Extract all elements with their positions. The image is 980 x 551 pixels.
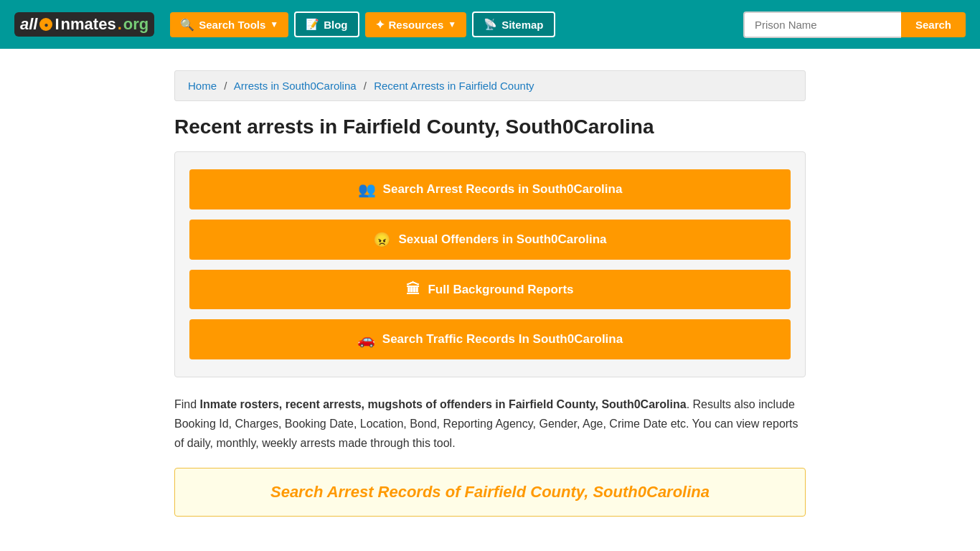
prison-search-input[interactable] [743,11,901,38]
description-bold: Inmate rosters, recent arrests, mugshots… [200,398,687,410]
car-icon: 🚗 [357,331,375,348]
breadcrumb-current: Recent Arrests in Fairfield County [374,80,534,92]
logo-nmates: nmates [61,15,116,34]
site-logo[interactable]: all ● I nmates . org [14,12,154,37]
building-icon: 🏛 [406,281,420,298]
breadcrumb: Home / Arrests in South0Carolina / Recen… [174,70,806,101]
logo-org: org [123,15,149,34]
breadcrumb-sep-2: / [364,80,367,92]
people-icon: 👥 [358,181,376,198]
header-search: Search [743,11,966,38]
chevron-down-resources-icon: ▼ [448,19,456,29]
breadcrumb-home[interactable]: Home [188,80,217,92]
breadcrumb-sep-1: / [224,80,227,92]
offender-icon: 😠 [373,231,391,248]
page-title: Recent arrests in Fairfield County, Sout… [174,116,806,138]
logo-i: I [55,15,59,34]
sitemap-icon: 📡 [484,18,497,31]
bottom-search-title: Search Arrest Records of Fairfield Count… [189,483,791,501]
background-reports-button[interactable]: 🏛 Full Background Reports [189,270,791,309]
action-card: 👥 Search Arrest Records in South0Carolin… [174,151,806,377]
chevron-down-icon: ▼ [270,19,278,29]
search-arrest-records-button[interactable]: 👥 Search Arrest Records in South0Carolin… [189,169,791,209]
page-description: Find Inmate rosters, recent arrests, mug… [174,395,806,453]
bottom-search-section: Search Arrest Records of Fairfield Count… [174,468,806,517]
resources-icon: ✦ [375,18,385,32]
prison-search-button[interactable]: Search [901,12,966,37]
logo-all: all [20,15,37,34]
sitemap-button[interactable]: 📡 Sitemap [472,11,555,37]
logo-dot: . [118,15,122,34]
traffic-records-button[interactable]: 🚗 Search Traffic Records In South0Caroli… [189,319,791,359]
resources-button[interactable]: ✦ Resources ▼ [365,12,467,37]
blog-button[interactable]: 📝 Blog [294,11,359,37]
sexual-offenders-button[interactable]: 😠 Sexual Offenders in South0Carolina [189,220,791,260]
breadcrumb-arrests[interactable]: Arrests in South0Carolina [234,80,357,92]
search-tools-button[interactable]: 🔍 Search Tools ▼ [170,12,288,37]
logo-circle: ● [39,18,52,31]
search-tools-icon: 🔍 [180,18,194,32]
main-nav: 🔍 Search Tools ▼ 📝 Blog ✦ Resources ▼ 📡 … [170,11,735,37]
blog-icon: 📝 [306,18,319,31]
